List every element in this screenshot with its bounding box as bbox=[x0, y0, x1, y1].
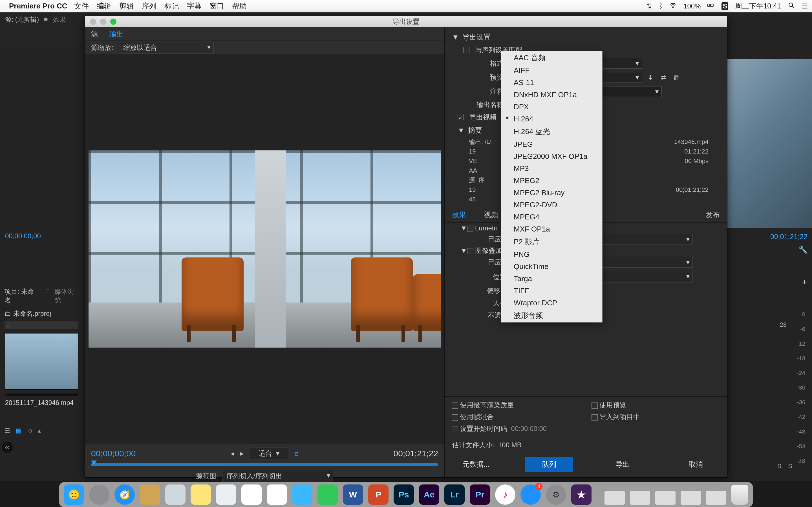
tab-publish[interactable]: 发布 bbox=[706, 210, 720, 219]
export-video-checkbox[interactable] bbox=[458, 114, 464, 120]
source-scale-select[interactable]: 缩放以适合 bbox=[120, 42, 214, 54]
wrench-icon[interactable]: 🔧 bbox=[799, 245, 808, 254]
format-option[interactable]: Wraptor DCP bbox=[501, 297, 602, 309]
creative-cloud-icon[interactable]: ∞ bbox=[2, 442, 13, 453]
format-option[interactable]: H.264 bbox=[501, 113, 602, 125]
sort-icon[interactable]: ▴ bbox=[38, 427, 41, 434]
freeform-view-icon[interactable]: ◇ bbox=[28, 427, 32, 434]
menu-marker[interactable]: 标记 bbox=[164, 1, 179, 11]
wifi-icon[interactable] bbox=[669, 2, 677, 11]
dock-appstore-icon[interactable]: 4 bbox=[520, 485, 541, 505]
dock-minimized-window[interactable] bbox=[630, 491, 650, 505]
menu-edit[interactable]: 编辑 bbox=[97, 1, 111, 11]
dock-settings-icon[interactable]: ⚙ bbox=[546, 485, 566, 505]
format-option[interactable]: AIFF bbox=[501, 64, 602, 76]
dock-aftereffects-icon[interactable]: Ae bbox=[419, 485, 439, 505]
menu-title[interactable]: 字幕 bbox=[187, 1, 202, 11]
format-option[interactable]: H.264 蓝光 bbox=[501, 125, 602, 138]
format-option[interactable]: MXF OP1a bbox=[501, 223, 602, 235]
dock-reminders-icon[interactable] bbox=[216, 485, 236, 505]
spotlight-icon[interactable] bbox=[788, 2, 795, 11]
panel-menu-icon[interactable]: ≡ bbox=[45, 287, 49, 305]
dock-minimized-window[interactable] bbox=[655, 491, 675, 505]
dock-trash-icon[interactable] bbox=[731, 485, 748, 505]
format-option[interactable]: JPEG2000 MXF OP1a bbox=[501, 151, 602, 163]
format-option[interactable]: MP3 bbox=[501, 163, 602, 175]
bluetooth-icon[interactable]: ᛒ bbox=[659, 2, 663, 10]
lumetri-checkbox[interactable] bbox=[467, 226, 473, 232]
start-tc-value[interactable]: 00:00:00:00 bbox=[511, 425, 547, 432]
dock-safari-icon[interactable]: 🧭 bbox=[114, 485, 135, 505]
menu-clip[interactable]: 剪辑 bbox=[119, 1, 134, 11]
format-option[interactable]: DPX bbox=[501, 101, 602, 113]
sogou-icon[interactable]: S bbox=[721, 2, 728, 10]
format-option[interactable]: MPEG2-DVD bbox=[501, 199, 602, 211]
cancel-button[interactable]: 取消 bbox=[672, 457, 720, 472]
import-to-project-checkbox[interactable] bbox=[592, 414, 598, 420]
dock-lightroom-icon[interactable]: Lr bbox=[444, 485, 465, 505]
project-clip-thumbnail[interactable] bbox=[5, 333, 79, 390]
format-option[interactable]: TIFF bbox=[501, 285, 602, 297]
preview-out-timecode[interactable]: 00;01;21;22 bbox=[394, 449, 438, 458]
dock-minimized-window[interactable] bbox=[706, 491, 726, 505]
battery-icon[interactable] bbox=[707, 2, 715, 11]
preview-zoom-select[interactable]: 适合 ▾ bbox=[250, 448, 288, 459]
metadata-button[interactable]: 元数据... bbox=[452, 457, 500, 472]
dialog-titlebar[interactable]: 导出设置 bbox=[85, 16, 727, 27]
icon-view-icon[interactable]: ▦ bbox=[16, 427, 22, 434]
dock-premiere-icon[interactable]: Pr bbox=[470, 485, 490, 505]
menu-help[interactable]: 帮助 bbox=[232, 1, 247, 11]
media-browser-tab[interactable]: 媒体浏览 bbox=[54, 287, 80, 305]
menu-clock[interactable]: 周二下午10:41 bbox=[735, 1, 781, 11]
import-preset-icon[interactable]: ⇄ bbox=[659, 73, 668, 82]
delete-preset-icon[interactable]: 🗑 bbox=[672, 73, 681, 82]
project-search[interactable]: ⌕ bbox=[4, 321, 78, 329]
clip-scrub-strip[interactable] bbox=[5, 393, 79, 396]
dock-contacts-icon[interactable] bbox=[140, 485, 160, 505]
source-monitor-tab[interactable]: 源: (无剪辑) bbox=[5, 15, 39, 24]
notification-icon[interactable]: ☰ bbox=[802, 2, 808, 10]
preview-range-bar[interactable] bbox=[91, 463, 438, 466]
dock-notes-icon[interactable] bbox=[191, 485, 211, 505]
aspect-correction-icon[interactable]: ⧈ bbox=[294, 450, 299, 457]
format-option[interactable]: PNG bbox=[501, 248, 602, 261]
use-previews-checkbox[interactable] bbox=[592, 402, 598, 409]
step-fwd-icon[interactable]: ▸ bbox=[240, 450, 244, 457]
tab-source[interactable]: 源 bbox=[91, 29, 98, 39]
solo-indicator[interactable]: S bbox=[777, 462, 781, 470]
dock-calendar-icon[interactable] bbox=[241, 485, 262, 505]
queue-button[interactable]: 队列 bbox=[525, 457, 573, 472]
dock-facetime-icon[interactable] bbox=[317, 485, 338, 505]
dock-finder-icon[interactable]: 🙂 bbox=[64, 485, 84, 505]
dock-word-icon[interactable]: W bbox=[343, 485, 363, 505]
dock-mail-icon[interactable] bbox=[165, 485, 186, 505]
tab-output[interactable]: 输出 bbox=[109, 29, 123, 39]
export-button[interactable]: 导出 bbox=[599, 457, 647, 472]
tab-video[interactable]: 视频 bbox=[484, 210, 498, 219]
list-view-icon[interactable]: ☰ bbox=[4, 427, 10, 434]
match-sequence-checkbox[interactable] bbox=[463, 47, 469, 53]
format-option[interactable]: QuickTime bbox=[501, 261, 602, 273]
dock-messages-icon[interactable] bbox=[292, 485, 312, 505]
dock-itunes-icon[interactable]: ♪ bbox=[495, 485, 515, 505]
preview-in-timecode[interactable]: 00;00;00;00 bbox=[91, 449, 136, 458]
disclosure-icon[interactable]: ▼ bbox=[452, 33, 459, 41]
format-option[interactable]: MPEG2 bbox=[501, 175, 602, 187]
disclosure-icon[interactable]: ▼ bbox=[460, 224, 467, 232]
image-overlay-checkbox[interactable] bbox=[467, 248, 473, 255]
dock-minimized-window[interactable] bbox=[605, 491, 625, 505]
sync-icon[interactable]: ⇅ bbox=[646, 2, 652, 10]
playhead-icon[interactable] bbox=[91, 460, 97, 465]
panel-menu-icon[interactable]: ≡ bbox=[44, 16, 48, 23]
menu-window[interactable]: 窗口 bbox=[209, 1, 224, 11]
dock-photos-icon[interactable] bbox=[267, 485, 287, 505]
frame-blending-checkbox[interactable] bbox=[452, 414, 458, 420]
tab-fx[interactable]: 效果 bbox=[452, 210, 466, 219]
dock-launchpad-icon[interactable] bbox=[89, 485, 109, 505]
source-range-select[interactable]: 序列切入/序列切出 bbox=[222, 470, 334, 482]
effects-tab-truncated[interactable]: 效果 bbox=[53, 15, 66, 24]
project-file-name[interactable]: 未命名.prproj bbox=[13, 309, 51, 318]
add-panel-button[interactable]: ＋ bbox=[800, 276, 809, 288]
menu-file[interactable]: 文件 bbox=[74, 1, 89, 11]
format-option[interactable]: DNxHD MXF OP1a bbox=[501, 89, 602, 101]
